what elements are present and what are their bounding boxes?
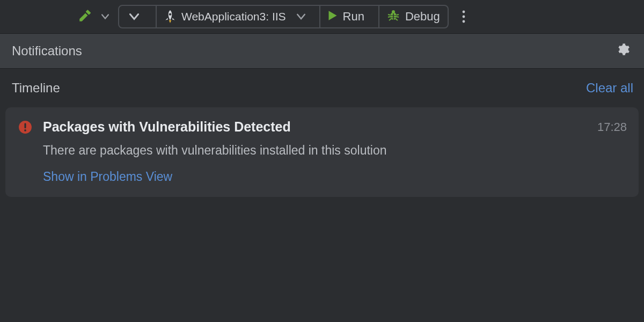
main-toolbar: WebApplication3: IIS Run	[0, 0, 644, 33]
chevron-down-icon	[127, 9, 142, 24]
notifications-panel-header: Notifications	[0, 33, 644, 69]
svg-line-8	[389, 19, 391, 20]
debug-button[interactable]: Debug	[378, 6, 448, 27]
gear-icon	[616, 42, 630, 60]
notification-card: Packages with Vulnerabilities Detected 1…	[5, 107, 639, 197]
svg-line-6	[388, 17, 390, 17]
notification-head: Packages with Vulnerabilities Detected 1…	[43, 119, 627, 135]
build-dropdown-chevron-icon[interactable]	[98, 9, 113, 24]
notification-title: Packages with Vulnerabilities Detected	[43, 119, 291, 135]
svg-line-4	[388, 14, 390, 15]
clear-all-link[interactable]: Clear all	[586, 80, 633, 96]
debug-button-label: Debug	[405, 10, 440, 24]
notification-body: Packages with Vulnerabilities Detected 1…	[43, 119, 627, 184]
run-config-history-button[interactable]	[119, 6, 149, 27]
error-icon	[17, 119, 33, 184]
svg-point-1	[169, 13, 171, 16]
run-button-label: Run	[343, 10, 364, 24]
rocket-icon	[164, 10, 176, 24]
svg-line-9	[396, 19, 398, 20]
build-hammer-icon[interactable]	[77, 9, 92, 24]
play-icon	[328, 10, 338, 23]
svg-line-7	[397, 17, 399, 17]
svg-point-13	[462, 11, 465, 13]
svg-point-18	[24, 129, 26, 131]
notifications-panel-title: Notifications	[12, 43, 82, 58]
run-button[interactable]: Run	[319, 6, 372, 27]
run-configuration-bar: WebApplication3: IIS Run	[118, 5, 449, 28]
svg-point-15	[462, 20, 465, 23]
timeline-label: Timeline	[12, 80, 60, 96]
run-config-name: WebApplication3: IIS	[181, 10, 286, 23]
chevron-down-icon	[297, 12, 305, 21]
run-config-selector[interactable]: WebApplication3: IIS	[156, 6, 313, 27]
notification-description: There are packages with vulnerabilities …	[43, 143, 627, 158]
bug-icon	[387, 10, 400, 24]
svg-rect-0	[86, 10, 91, 15]
show-in-problems-link[interactable]: Show in Problems View	[43, 170, 627, 184]
notification-time: 17:28	[597, 120, 627, 134]
svg-point-14	[462, 16, 465, 18]
svg-rect-17	[24, 123, 26, 128]
notifications-settings-button[interactable]	[614, 42, 632, 60]
toolbar-overflow-button[interactable]	[454, 10, 473, 23]
svg-point-3	[392, 10, 395, 13]
svg-line-5	[397, 14, 399, 15]
timeline-header-row: Timeline Clear all	[0, 69, 644, 105]
